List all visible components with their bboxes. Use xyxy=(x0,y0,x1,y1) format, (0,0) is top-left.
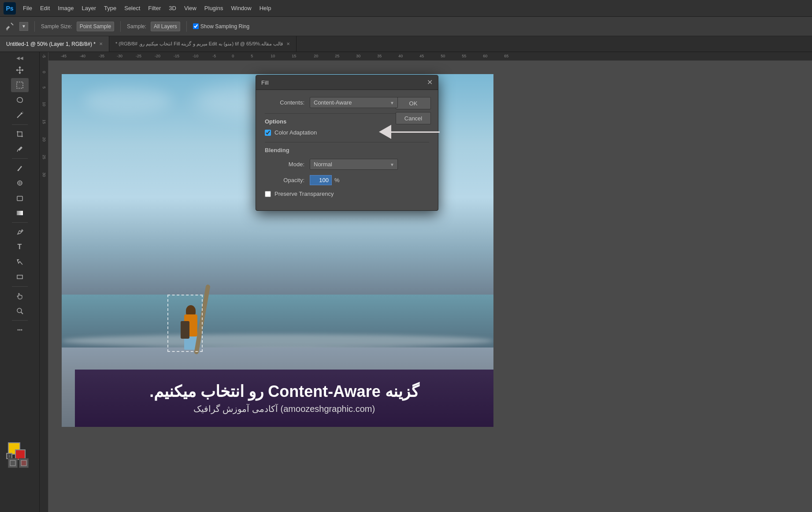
tab-2-label: قالب مقاله.tif @ 65/9% (منو) به Edit میر… xyxy=(115,41,283,47)
move-tool[interactable] xyxy=(11,63,29,77)
show-sampling-ring-checkbox[interactable] xyxy=(193,23,199,29)
mode-select[interactable]: Normal xyxy=(310,159,398,170)
tab-1-close[interactable]: ✕ xyxy=(99,41,103,46)
menu-bar: Ps File Edit Image Layer Type Select Fil… xyxy=(0,0,812,17)
separator3 xyxy=(186,21,187,32)
menu-layer[interactable]: Layer xyxy=(78,3,100,13)
zoom-tool[interactable] xyxy=(11,304,29,318)
quick-mask-btns xyxy=(8,458,29,468)
svg-point-16 xyxy=(17,308,22,313)
ruler-left: -5 0 5 10 15 20 25 30 xyxy=(40,52,48,512)
path-selection-tool[interactable] xyxy=(11,255,29,269)
opacity-input[interactable] xyxy=(310,175,332,185)
sample-dropdown[interactable]: All Layers xyxy=(151,22,180,31)
menu-view[interactable]: View xyxy=(181,3,200,13)
dialog-action-buttons: OK Cancel xyxy=(396,97,431,124)
menu-help[interactable]: Help xyxy=(256,3,275,13)
magic-wand-tool[interactable] xyxy=(11,108,29,122)
svg-point-19 xyxy=(19,329,20,331)
tool-sep-4 xyxy=(12,286,28,287)
dialog-title: Fill xyxy=(261,79,269,86)
text-tool[interactable]: T xyxy=(11,240,29,254)
rectangle-tool[interactable] xyxy=(11,270,29,284)
pen-tool[interactable] xyxy=(11,225,29,239)
eraser-tool[interactable] xyxy=(11,191,29,205)
menu-type[interactable]: Type xyxy=(100,3,120,13)
sample-label: Sample: xyxy=(127,23,146,30)
preserve-transparency-checkbox[interactable] xyxy=(265,191,271,197)
preserve-transparency-label: Preserve Transparency xyxy=(274,191,334,197)
sample-size-dropdown[interactable]: Point Sample xyxy=(77,22,114,31)
svg-rect-12 xyxy=(17,196,22,201)
color-adaptation-checkbox[interactable] xyxy=(265,130,271,136)
eyedropper-tool-icon[interactable] xyxy=(4,21,15,32)
menu-file[interactable]: File xyxy=(19,3,36,13)
quick-mask-btn[interactable] xyxy=(19,458,29,468)
divider2 xyxy=(265,142,429,142)
tab-1[interactable]: Untitled-1 @ 50% (Layer 1, RGB/8#) * ✕ xyxy=(0,36,109,52)
svg-rect-13 xyxy=(17,211,23,215)
toolbar-collapse-btn[interactable]: ◀◀ xyxy=(16,56,23,60)
svg-point-20 xyxy=(21,329,22,331)
separator2 xyxy=(120,21,121,32)
svg-marker-14 xyxy=(17,259,19,262)
toolbar: ◀◀ T xyxy=(0,52,40,512)
contents-label: Contents: xyxy=(265,99,304,106)
sub-text: (amoozeshgraphic.com) آکادمی آموزش گرافی… xyxy=(193,404,375,414)
menu-edit[interactable]: Edit xyxy=(37,3,53,13)
menu-filter[interactable]: Filter xyxy=(145,3,164,13)
hand-tool[interactable] xyxy=(11,289,29,303)
contents-select[interactable]: Content-Aware xyxy=(310,97,398,108)
tab-2-close[interactable]: ✕ xyxy=(286,41,290,46)
cancel-button[interactable]: Cancel xyxy=(396,112,431,124)
options-bar: ▼ Sample Size: Point Sample Sample: All … xyxy=(0,17,812,36)
color-swatches: ↕ xyxy=(8,442,20,455)
menu-plugins[interactable]: Plugins xyxy=(201,3,227,13)
svg-point-2 xyxy=(6,29,8,30)
opacity-unit: % xyxy=(334,177,340,183)
opacity-label: Opacity: xyxy=(265,177,304,183)
main-text: گزینه Content-Aware رو انتخاب میکنیم. xyxy=(149,382,419,401)
ok-button[interactable]: OK xyxy=(396,97,431,109)
tab-2[interactable]: قالب مقاله.tif @ 65/9% (منو) به Edit میر… xyxy=(109,36,297,52)
ps-logo: Ps xyxy=(4,2,16,15)
mode-row: Mode: Normal xyxy=(265,159,429,170)
eyedropper-tool[interactable] xyxy=(11,142,29,156)
tool-sep-5 xyxy=(12,320,28,321)
menu-image[interactable]: Image xyxy=(54,3,77,13)
svg-line-0 xyxy=(11,23,13,25)
mode-select-wrapper: Normal xyxy=(310,159,398,170)
more-tools-btn[interactable] xyxy=(11,323,29,337)
standard-mode-btn[interactable] xyxy=(8,458,18,468)
gradient-tool[interactable] xyxy=(11,206,29,220)
svg-line-4 xyxy=(17,114,21,118)
show-sampling-ring-label[interactable]: Show Sampling Ring xyxy=(193,23,249,30)
tool-sep-1 xyxy=(12,124,28,125)
svg-rect-21 xyxy=(10,460,15,466)
dialog-title-bar: Fill ✕ xyxy=(256,75,438,90)
dialog-close-btn[interactable]: ✕ xyxy=(427,79,433,86)
menu-3d[interactable]: 3D xyxy=(165,3,180,13)
opacity-row: Opacity: % xyxy=(265,175,429,185)
bottom-text-overlay: گزینه Content-Aware رو انتخاب میکنیم. (a… xyxy=(75,370,493,427)
dialog-body: OK Cancel Contents: Content-Aware Option… xyxy=(256,90,438,210)
sample-size-label: Sample Size: xyxy=(41,23,72,30)
svg-line-8 xyxy=(17,149,18,152)
menu-select[interactable]: Select xyxy=(121,3,144,13)
brush-tool[interactable] xyxy=(11,161,29,175)
tab-1-label: Untitled-1 @ 50% (Layer 1, RGB/8#) * xyxy=(6,41,96,47)
clone-stamp-tool[interactable] xyxy=(11,176,29,190)
preserve-transparency-row: Preserve Transparency xyxy=(265,191,429,197)
eyedropper-option-btn[interactable]: ▼ xyxy=(19,22,28,31)
svg-rect-3 xyxy=(17,82,23,88)
crop-tool[interactable] xyxy=(11,127,29,141)
svg-line-17 xyxy=(21,312,23,314)
svg-point-18 xyxy=(17,329,19,331)
fill-dialog: Fill ✕ OK Cancel Contents: Content-Aware xyxy=(256,75,438,211)
tool-sep-2 xyxy=(12,158,28,159)
svg-line-6 xyxy=(22,112,23,112)
selection-rect-tool[interactable] xyxy=(11,78,29,92)
color-adaptation-row: Color Adaptation xyxy=(265,129,429,136)
menu-window[interactable]: Window xyxy=(227,3,255,13)
lasso-tool[interactable] xyxy=(11,93,29,107)
